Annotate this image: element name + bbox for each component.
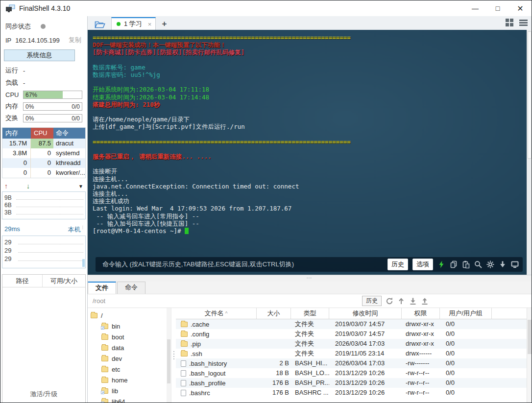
options-button[interactable]: 选项: [412, 259, 433, 270]
tab-files[interactable]: 文件: [88, 282, 116, 294]
terminal-line: 结束系统时间为:2026-03-04 17:14:48: [93, 94, 525, 101]
table-row[interactable]: .bash_history 2 B BASH_HI... 2026/03/04 …: [176, 358, 532, 368]
drag-handle-icon[interactable]: ⁞: [82, 225, 83, 234]
file-permissions: -rw-r--r--: [402, 368, 440, 378]
tree-item-label: lib64: [112, 398, 125, 403]
tree-item[interactable]: ➚ lib: [88, 385, 171, 396]
history-button[interactable]: 历史: [387, 259, 408, 270]
file-mtime: 2013/12/29 10:26: [329, 378, 402, 388]
paste-icon[interactable]: [462, 261, 470, 268]
tree-item[interactable]: boot: [88, 332, 171, 342]
terminal-line: -- 输入加号回车进入[快捷五国] --: [93, 220, 525, 227]
process-table: 内存 CPU 命令 15.7M 87.5 dracut 3.8M: [2, 127, 86, 178]
table-row[interactable]: .ssh 文件夹 2019/11/05 23:14 drwx------ 0/0: [176, 349, 532, 358]
table-row[interactable]: .bash_logout 18 B BASH_LO... 2013/12/29 …: [176, 368, 532, 378]
terminal-line-text: DOF一键端安装成功！本一键端预置了以下功能！: [93, 41, 226, 48]
tree-item[interactable]: data: [88, 342, 171, 353]
column-header-size[interactable]: 大小: [257, 308, 291, 319]
command-bar: 命令输入 (按ALT键提示历史,TAB键路径,ESC键返回,双击CTRL切换) …: [96, 257, 523, 272]
upload-arrow-icon: ↑: [4, 182, 8, 190]
table-row[interactable]: .pip 文件夹 2026/03/04 17:03 drwxr-xr-x 0/0: [176, 339, 532, 349]
copy-button[interactable]: 复制: [69, 36, 81, 45]
file-type: BASHRC ...: [291, 388, 329, 398]
lightning-icon[interactable]: [437, 261, 445, 268]
maximize-button[interactable]: □: [486, 0, 509, 16]
process-header-cpu[interactable]: CPU: [31, 128, 53, 139]
tree-item[interactable]: ➚ lib64: [88, 396, 171, 403]
file-size: [257, 319, 291, 329]
system-info-button[interactable]: 系统信息: [4, 49, 75, 61]
path-input[interactable]: /root: [93, 297, 105, 305]
terminal-scrollbar-thumb[interactable]: [528, 31, 532, 159]
column-header-type[interactable]: 类型: [291, 308, 329, 319]
tree-item[interactable]: dev: [88, 353, 171, 364]
command-input[interactable]: 命令输入 (按ALT键提示历史,TAB键路径,ESC键返回,双击CTRL切换): [102, 260, 294, 269]
tree-item[interactable]: etc: [88, 364, 171, 375]
terminal-line-text: ========================================…: [93, 34, 351, 41]
parent-dir-icon[interactable]: [397, 297, 405, 305]
disk-header-path[interactable]: 路径: [2, 275, 43, 287]
copy-icon[interactable]: [450, 261, 458, 268]
file-owner: 0/0: [440, 329, 492, 339]
terminal-line: DOF一键端安装成功！本一键端预置了以下功能！: [93, 41, 525, 48]
gridline: [16, 214, 83, 214]
net-tick-label: 3B: [4, 209, 16, 216]
activate-upgrade-link[interactable]: 激活/升级: [0, 390, 87, 399]
terminal[interactable]: ========================================…: [88, 30, 532, 275]
tab-close-icon[interactable]: ×: [148, 21, 152, 28]
dropdown-caret-icon[interactable]: ▼: [78, 184, 83, 189]
window-mode-icon[interactable]: [511, 261, 519, 268]
column-header-perm[interactable]: 权限: [402, 308, 440, 319]
ping-scrollbar[interactable]: [82, 259, 85, 267]
grid-view-icon[interactable]: [506, 19, 513, 26]
panel-splitter[interactable]: ⋯: [88, 275, 532, 282]
table-row[interactable]: .cache 文件夹 2019/03/07 14:57 drwxr-xr-x 0…: [176, 319, 532, 329]
menu-icon[interactable]: [519, 20, 528, 26]
terminal-line-text: 上传[df_game_r]与[Script.pvf]文件后运行./run: [93, 123, 245, 130]
refresh-icon[interactable]: [386, 297, 393, 305]
process-row: 3.8M 0 systemd: [2, 148, 85, 158]
upload-icon[interactable]: [421, 297, 429, 305]
tree-splitter[interactable]: [171, 308, 176, 403]
session-tab[interactable]: 1 学习 ×: [111, 17, 156, 30]
column-header-name[interactable]: 文件名^: [176, 308, 257, 319]
minimize-button[interactable]: —: [464, 0, 486, 16]
column-header-owner[interactable]: 用户/用户组: [440, 308, 492, 319]
sync-status-dot: [41, 24, 46, 29]
process-header-cmd[interactable]: 命令: [53, 128, 85, 139]
close-button[interactable]: ✕: [509, 0, 532, 16]
table-scrollbar[interactable]: [527, 308, 532, 403]
table-row[interactable]: .bashrc 176 B BASHRC ... 2013/12/29 10:2…: [176, 388, 532, 398]
file-size: 2 B: [257, 358, 291, 368]
tree-scrollbar[interactable]: [167, 308, 171, 403]
file-owner: 0/0: [440, 358, 492, 368]
folder-icon: [101, 356, 108, 361]
search-icon[interactable]: [474, 261, 482, 268]
tab-commands[interactable]: 命令: [117, 282, 145, 294]
sidebar: 同步状态 IP 162.14.105.199 复制 系统信息 运行 - 负载 -…: [0, 16, 88, 403]
new-tab-button[interactable]: +: [162, 20, 167, 28]
disk-header-size[interactable]: 可用/大小: [43, 275, 85, 287]
file-icon: [181, 360, 186, 367]
column-header-mtime[interactable]: 修改时间: [329, 308, 402, 319]
file-mtime: 2026/03/04 17:03: [329, 358, 402, 368]
table-scrollbar-thumb[interactable]: [528, 320, 532, 354]
terminal-line-text: 连接主机...: [93, 175, 128, 183]
tree-item[interactable]: /: [88, 310, 171, 321]
table-row[interactable]: .bash_profile 176 B BASH_PR... 2013/12/2…: [176, 378, 532, 388]
process-header-mem[interactable]: 内存: [2, 128, 31, 139]
symlink-badge: ➚: [101, 391, 104, 394]
gear-icon[interactable]: [486, 261, 494, 268]
table-row[interactable]: .config 文件夹 2019/03/07 14:57 drwxr-xr-x …: [176, 329, 532, 339]
path-history-button[interactable]: 历史: [362, 296, 382, 306]
file-size: 176 B: [257, 388, 291, 398]
terminal-scrollbar[interactable]: [527, 30, 532, 275]
open-folder-icon[interactable]: [95, 21, 105, 28]
scroll-down-icon[interactable]: [499, 261, 507, 268]
tree-item[interactable]: ➚ bin: [88, 321, 171, 332]
tree-scrollbar-thumb[interactable]: [167, 339, 170, 383]
tree-item-label: dev: [112, 355, 122, 362]
tree-item[interactable]: home: [88, 375, 171, 385]
file-mtime: 2013/12/29 10:26: [329, 388, 402, 398]
download-icon[interactable]: [409, 297, 417, 305]
